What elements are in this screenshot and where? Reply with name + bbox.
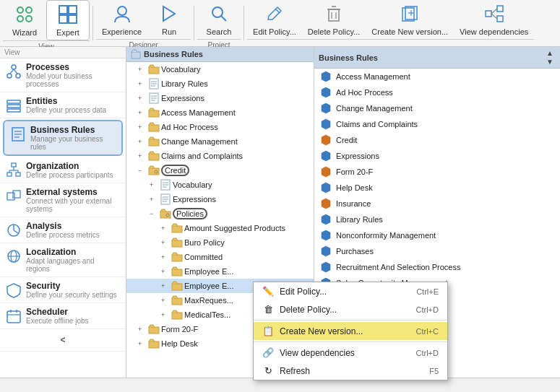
svg-point-27 bbox=[12, 65, 16, 69]
sidebar-item-analysis[interactable]: Analysis Define process metrics bbox=[0, 217, 126, 243]
svg-rect-70 bbox=[149, 139, 159, 146]
tree-item-expressions[interactable]: +Expressions bbox=[126, 91, 314, 105]
tree-label-medicaltest: MedicalTes... bbox=[184, 310, 231, 319]
tree-item-buro-policy[interactable]: +Buro Policy bbox=[126, 235, 314, 250]
right-item-helpdesk[interactable]: Help Desk bbox=[314, 180, 560, 196]
tree-item-committed[interactable]: +Committed bbox=[126, 250, 314, 264]
sidebar-item-business-rules[interactable]: Business Rules Manage your business rule… bbox=[3, 120, 123, 156]
run-button[interactable]: Run bbox=[147, 0, 191, 39]
view-deps-button[interactable]: View dependencies bbox=[454, 0, 534, 39]
wizard-button[interactable]: Wizard bbox=[3, 0, 46, 40]
tree-label-credit: Credit bbox=[161, 165, 189, 176]
tree-item-adhoc[interactable]: +Ad Hoc Process bbox=[126, 120, 314, 134]
right-item-nonconformity[interactable]: Nonconformity Management bbox=[314, 227, 560, 243]
right-item-icon-form20f bbox=[320, 166, 332, 178]
expert-icon bbox=[57, 4, 79, 25]
bizrules-title: Business Rules bbox=[30, 125, 116, 135]
sidebar-item-processes[interactable]: Processes Model your business processes bbox=[0, 58, 126, 92]
expand-icon-form20f: + bbox=[138, 326, 147, 333]
ctx-item-delete-policy[interactable]: 🗑Delete Policy...Ctrl+D bbox=[254, 300, 447, 318]
right-item-access-mgmt[interactable]: Access Management bbox=[314, 69, 560, 84]
tree-item-claims[interactable]: +Claims and Complaints bbox=[126, 149, 314, 163]
tree-label-helpdesk: Help Desk bbox=[161, 339, 198, 348]
tree-icon-buro-policy bbox=[171, 237, 183, 248]
ctx-item-create-version[interactable]: 📋Create New version...Ctrl+C bbox=[254, 322, 447, 340]
tree-icon-employee1 bbox=[171, 266, 183, 277]
expert-button[interactable]: Expert bbox=[46, 0, 90, 40]
right-item-credit[interactable]: Credit bbox=[314, 132, 560, 148]
sidebar-item-scheduler[interactable]: Scheduler Execute offline jobs bbox=[0, 303, 126, 329]
sidebar-item-entities[interactable]: Entities Define your process data bbox=[0, 92, 126, 118]
right-item-icon-helpdesk bbox=[320, 182, 332, 193]
sidebar-item-localization[interactable]: Localization Adapt languages and regions bbox=[0, 243, 126, 277]
right-item-purchases[interactable]: Purchases bbox=[314, 243, 560, 259]
tree-icon-policies bbox=[160, 208, 171, 219]
experience-icon bbox=[111, 3, 133, 25]
expand-icon-employee1: + bbox=[161, 268, 170, 275]
ctx-item-edit-policy[interactable]: ✏️Edit Policy...Ctrl+E bbox=[254, 282, 447, 300]
tree-item-amount-suggested[interactable]: +Amount Suggested Products bbox=[126, 221, 314, 235]
ctx-label-view-deps: View dependencies bbox=[280, 348, 410, 358]
search-button[interactable]: Search bbox=[197, 0, 241, 39]
entities-title: Entities bbox=[26, 96, 120, 106]
right-item-claims[interactable]: Claims and Complaints bbox=[314, 116, 560, 132]
tree-label-policies: Policies bbox=[173, 208, 207, 219]
toolbar-group-designer: Experience Run Designer bbox=[96, 0, 191, 46]
right-item-form20f[interactable]: Form 20-F bbox=[314, 164, 560, 180]
search-label: Search bbox=[207, 27, 232, 36]
svg-rect-5 bbox=[69, 6, 77, 14]
expand-icon-library-rules: + bbox=[138, 80, 147, 87]
sidebar-item-organization[interactable]: Organization Define process participants bbox=[0, 157, 126, 183]
right-item-expressions[interactable]: Expressions bbox=[314, 148, 560, 164]
tree-item-library-rules[interactable]: +Library Rules bbox=[126, 77, 314, 91]
processes-text: Processes Model your business processes bbox=[26, 62, 120, 88]
tree-item-policies[interactable]: −Policies bbox=[126, 206, 314, 221]
folder-icon bbox=[131, 49, 141, 59]
right-item-library-rules[interactable]: Library Rules bbox=[314, 212, 560, 227]
sidebar-item-security[interactable]: Security Define your security settings bbox=[0, 277, 126, 303]
create-version-button[interactable]: Create New version... bbox=[366, 0, 454, 39]
right-item-icon-library-rules bbox=[320, 214, 332, 225]
tree-item-vocabulary[interactable]: +Vocabulary bbox=[126, 62, 314, 77]
view-header: View bbox=[0, 47, 126, 58]
right-item-adhoc[interactable]: Ad Hoc Process bbox=[314, 84, 560, 100]
expand-icon-helpdesk: + bbox=[138, 340, 147, 347]
experience-button[interactable]: Experience bbox=[96, 0, 147, 39]
svg-rect-22 bbox=[486, 11, 491, 17]
right-item-insurance[interactable]: Insurance bbox=[314, 196, 560, 212]
right-item-change-mgmt[interactable]: Change Management bbox=[314, 100, 560, 116]
sidebar-item-external[interactable]: External systems Connect with your exter… bbox=[0, 183, 126, 217]
processes-icon bbox=[6, 64, 22, 79]
scroll-down-button[interactable]: ▼ bbox=[544, 58, 556, 66]
ctx-item-view-deps[interactable]: 🔗View dependenciesCtrl+D bbox=[254, 344, 447, 362]
delete-policy-button[interactable]: Delete Policy... bbox=[302, 0, 366, 39]
right-item-recruitment[interactable]: Recruitment And Selection Process bbox=[314, 259, 560, 275]
tree-item-employee1[interactable]: +Employee E... bbox=[126, 264, 314, 279]
svg-rect-90 bbox=[172, 313, 182, 319]
experience-label: Experience bbox=[102, 27, 142, 36]
view-deps-icon bbox=[483, 3, 505, 25]
tree-icon-change-mgmt bbox=[148, 136, 160, 147]
svg-rect-7 bbox=[69, 15, 77, 23]
tree-icon-expressions bbox=[148, 92, 160, 104]
ctx-shortcut-refresh: F5 bbox=[429, 367, 439, 375]
ctx-item-refresh[interactable]: ↻RefreshF5 bbox=[254, 362, 447, 380]
analysis-text: Analysis Define process metrics bbox=[26, 221, 120, 239]
tree-item-credit-vocab[interactable]: +Vocabulary bbox=[126, 178, 314, 192]
bizrules-desc: Manage your business rules bbox=[30, 135, 116, 151]
tree-item-credit-expr[interactable]: +Expressions bbox=[126, 192, 314, 206]
sidebar-collapse-button[interactable]: < bbox=[0, 329, 126, 352]
edit-policy-button[interactable]: Edit Policy... bbox=[247, 0, 302, 39]
locale-icon bbox=[6, 248, 22, 264]
entities-icon bbox=[6, 97, 22, 113]
tree-item-change-mgmt[interactable]: +Change Management bbox=[126, 134, 314, 149]
scroll-up-button[interactable]: ▲ bbox=[544, 49, 556, 57]
tree-label-amount-suggested: Amount Suggested Products bbox=[184, 224, 285, 232]
svg-rect-40 bbox=[7, 173, 12, 176]
security-text: Security Define your security settings bbox=[26, 281, 120, 299]
tree-item-access-mgmt[interactable]: +Access Management bbox=[126, 105, 314, 120]
view-deps-label: View dependencies bbox=[460, 27, 528, 36]
security-desc: Define your security settings bbox=[26, 291, 120, 299]
tree-item-credit[interactable]: −Credit bbox=[126, 163, 314, 178]
right-item-label-purchases: Purchases bbox=[336, 247, 374, 256]
